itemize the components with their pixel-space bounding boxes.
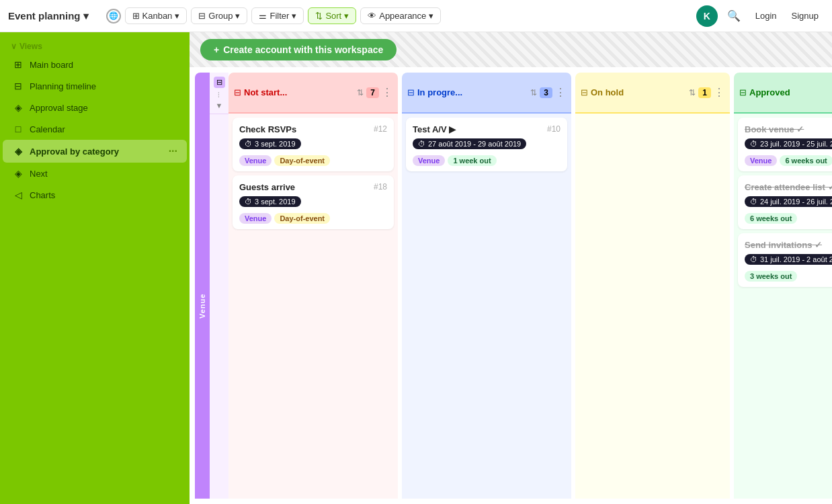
collapse-icon-in-progress[interactable]: ⊟ [407, 87, 415, 97]
avatar-initial: K [704, 11, 710, 22]
sidebar-item-approval-stage[interactable]: ◈ Approval stage [3, 97, 187, 118]
card-create-attendee-list[interactable]: Create attendee list ✓ ⏱ 24 juil. 2019 -… [738, 175, 832, 229]
login-link[interactable]: Login [750, 8, 782, 24]
appearance-btn[interactable]: 👁 Appearance ▾ [360, 7, 441, 24]
sidebar-item-next[interactable]: ◈ Next [3, 163, 187, 184]
chevron-down-icon: ▾ [429, 11, 433, 21]
sort-icon-not-started[interactable]: ⇅ [357, 88, 364, 97]
tag-venue: Venue [239, 213, 272, 224]
add-btn-venue[interactable]: ▼ [216, 101, 223, 110]
venue-group: ⊟ ··· ▼ ⊟ Not start... ⇅ 7 ⋮ [195, 73, 832, 499]
col-count-not-started: 7 [366, 87, 379, 98]
app-title-text: Event planning [8, 10, 81, 22]
sidebar: ∨ Views ⊞ Main board ⊟ Planning timeline… [0, 32, 190, 504]
sidebar-item-calendar[interactable]: □ Calendar [3, 118, 187, 140]
card-check-rsvps[interactable]: Check RSVPs #12 ⏱ 3 sept. 2019 [233, 118, 394, 171]
card-title: Create attendee list ✓ [745, 182, 832, 192]
tag-6weeks: 6 weeks out [780, 155, 832, 166]
next-icon: ◈ [12, 168, 24, 179]
globe-icon[interactable]: 🌐 [106, 9, 121, 24]
sidebar-item-label: Planning timeline [30, 81, 96, 91]
views-section-label: ∨ Views [0, 38, 190, 54]
approval-icon: ◈ [12, 102, 24, 113]
on-hold-venue-body [575, 114, 730, 499]
chevron-down-icon: ▾ [175, 11, 179, 21]
card-test-av[interactable]: Test A/V ▶ #10 ⏱ 27 août 2019 - 29 août … [406, 118, 567, 171]
venue-row-controls [210, 114, 228, 499]
in-progress-venue-body: Test A/V ▶ #10 ⏱ 27 août 2019 - 29 août … [402, 114, 571, 499]
sort-icon: ⇅ [315, 11, 323, 21]
card-date: ⏱ 24 juil. 2019 - 26 juil. 2019 [745, 196, 832, 207]
avatar[interactable]: K [696, 5, 718, 27]
create-account-button[interactable]: + Create account with this workspace [200, 39, 397, 60]
kanban-label: Kanban [142, 11, 173, 21]
venue-group-label: Venue [195, 114, 210, 499]
chevron-down-icon: ▾ [292, 11, 296, 21]
chart-icon: ◁ [12, 190, 24, 200]
sort-icon-on-hold[interactable]: ⇅ [689, 88, 696, 97]
collapse-icon-on-hold[interactable]: ⊟ [581, 87, 588, 97]
sort-icon-in-progress[interactable]: ⇅ [530, 88, 537, 97]
sidebar-item-main-board[interactable]: ⊞ Main board [3, 54, 187, 75]
col-header-not-started: ⊟ Not start... ⇅ 7 ⋮ [228, 73, 398, 114]
more-icon[interactable]: ··· [169, 145, 177, 157]
col-title-not-started: Not start... [244, 87, 354, 97]
col-header-approved: ⊟ Approved ⇅ 12 ⋮ [734, 73, 832, 114]
app-title[interactable]: Event planning ▾ [8, 10, 89, 22]
col-menu-not-started[interactable]: ⋮ [382, 86, 392, 99]
collapse-icon-approved[interactable]: ⊟ [739, 87, 747, 97]
card-title: Test A/V ▶ [413, 124, 456, 134]
clock-icon: ⏱ [750, 140, 757, 148]
card-tags: Venue Day-of-event [239, 155, 387, 166]
card-date: ⏱ 23 juil. 2019 - 25 juil. 2019 [745, 138, 832, 149]
card-send-invitations[interactable]: Send invitations ✓ ⏱ 31 juil. 2019 - 2 a… [738, 233, 832, 287]
clock-icon: ⏱ [245, 140, 252, 148]
card-tags: Venue 1 week out [413, 155, 560, 166]
sidebar-item-approval-by-category[interactable]: ◈ Approval by category ··· [3, 140, 187, 163]
card-title: Check RSVPs [239, 124, 296, 134]
sidebar-item-label: Calendar [30, 124, 65, 134]
col-menu-in-progress[interactable]: ⋮ [555, 86, 566, 99]
col-title-approved: Approved [749, 87, 832, 97]
clock-icon: ⏱ [418, 140, 425, 148]
plus-icon: + [214, 44, 219, 55]
card-date: ⏱ 3 sept. 2019 [239, 138, 301, 149]
card-id: #18 [374, 182, 387, 192]
tag-day-of-event: Day-of-event [274, 213, 330, 224]
card-id: #12 [374, 124, 387, 134]
approved-venue-body: Book venue ✓ ⏱ 23 juil. 2019 - 25 juil. … [734, 114, 832, 499]
kanban-btn[interactable]: ⊞ Kanban ▾ [125, 7, 188, 24]
collapse-btn-venue[interactable]: ⊟ [214, 77, 225, 88]
tag-day-of-event: Day-of-event [274, 155, 330, 166]
card-tags: 6 weeks out [745, 213, 832, 224]
card-date: ⏱ 3 sept. 2019 [239, 196, 301, 207]
content: + Create account with this workspace ⊟ · [190, 32, 832, 504]
kanban-wrapper: ⊟ ··· ▼ ⊟ Not start... ⇅ 7 ⋮ [190, 67, 832, 504]
collapse-icon-not-started[interactable]: ⊟ [234, 87, 241, 97]
chevron-down-icon: ∨ [11, 42, 17, 51]
tag-6weeks: 6 weeks out [745, 213, 797, 224]
views-label: Views [19, 42, 42, 51]
search-icon[interactable]: 🔍 [722, 7, 746, 25]
sort-btn[interactable]: ⇅ Sort ▾ [308, 7, 356, 24]
more-btn-venue[interactable]: ··· [215, 91, 223, 97]
group-btn[interactable]: ⊟ Group ▾ [191, 7, 247, 24]
col-count-in-progress: 3 [540, 87, 552, 98]
card-title: Book venue ✓ [745, 124, 804, 134]
signup-link[interactable]: Signup [786, 8, 824, 24]
appearance-label: Appearance [379, 11, 426, 21]
col-menu-on-hold[interactable]: ⋮ [714, 86, 724, 99]
card-tags: Venue 6 weeks out [745, 155, 832, 166]
sidebar-item-charts[interactable]: ◁ Charts [3, 184, 187, 206]
card-book-venue[interactable]: Book venue ✓ ⏱ 23 juil. 2019 - 25 juil. … [738, 118, 832, 171]
tag-venue: Venue [239, 155, 272, 166]
filter-btn[interactable]: ⚌ Filter ▾ [251, 7, 304, 24]
grid-icon: ⊞ [12, 59, 24, 70]
clock-icon: ⏱ [750, 255, 757, 263]
sidebar-item-planning-timeline[interactable]: ⊟ Planning timeline [3, 75, 187, 97]
topnav: Event planning ▾ 🌐 ⊞ Kanban ▾ ⊟ Group ▾ … [0, 0, 832, 32]
chevron-down-icon: ▾ [344, 11, 349, 21]
card-guests-arrive[interactable]: Guests arrive #18 ⏱ 3 sept. 2019 [233, 175, 394, 229]
main-layout: ∨ Views ⊞ Main board ⊟ Planning timeline… [0, 32, 832, 504]
create-banner: + Create account with this workspace [190, 32, 832, 67]
